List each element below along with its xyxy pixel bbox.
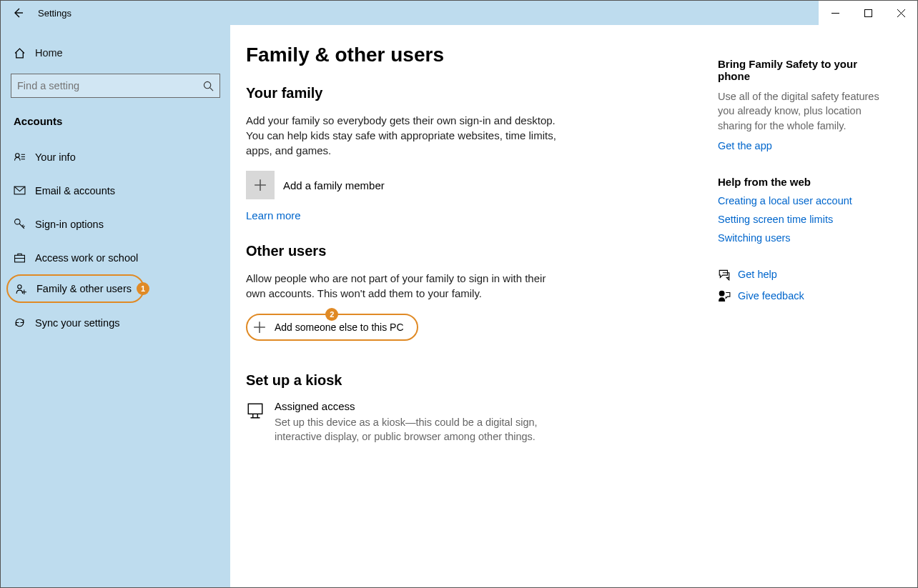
window-title: Settings xyxy=(38,8,71,19)
svg-point-6 xyxy=(18,284,21,288)
sidebar-item-sync[interactable]: Sync your settings xyxy=(1,306,230,339)
help-link[interactable]: Switching users xyxy=(718,232,882,244)
plus-icon xyxy=(253,321,266,334)
sidebar-item-label: Sign-in options xyxy=(35,219,104,230)
add-other-label: Add someone else to this PC xyxy=(275,322,404,333)
give-feedback-link[interactable]: Give feedback xyxy=(738,290,804,302)
minimize-button[interactable] xyxy=(819,1,852,25)
add-family-label: Add a family member xyxy=(283,179,385,191)
plus-icon xyxy=(246,171,275,199)
feedback-icon xyxy=(718,289,738,302)
kiosk-icon xyxy=(246,400,275,420)
svg-point-8 xyxy=(719,291,724,296)
svg-point-2 xyxy=(16,154,19,157)
sidebar-item-label: Email & accounts xyxy=(35,185,115,196)
briefcase-icon xyxy=(14,251,35,264)
kiosk-title: Assigned access xyxy=(275,400,546,412)
close-button[interactable] xyxy=(884,1,917,25)
sidebar-item-signin[interactable]: Sign-in options xyxy=(1,207,230,241)
aside-family-safety: Bring Family Safety to your phone Use al… xyxy=(718,58,882,151)
people-add-icon xyxy=(15,283,36,295)
titlebar: Settings xyxy=(1,1,917,25)
get-help-row[interactable]: Get help xyxy=(718,268,882,281)
sidebar-item-label: Your info xyxy=(35,151,76,163)
sidebar-item-email[interactable]: Email & accounts xyxy=(1,174,230,207)
kiosk-heading: Set up a kiosk xyxy=(246,372,696,389)
annotation-badge-1: 1 xyxy=(137,282,149,295)
section-your-family: Your family Add your family so everybody… xyxy=(246,85,696,221)
assigned-access-button[interactable]: Assigned access Set up this device as a … xyxy=(246,400,696,444)
mail-icon xyxy=(14,184,35,196)
section-kiosk: Set up a kiosk Assigned access Set up th… xyxy=(246,372,696,444)
sidebar-item-label: Family & other users xyxy=(36,283,132,294)
sidebar-section-title: Accounts xyxy=(1,111,230,140)
svg-rect-7 xyxy=(248,404,262,414)
sidebar-item-work-school[interactable]: Access work or school xyxy=(1,241,230,274)
sidebar-home-label: Home xyxy=(35,47,63,59)
other-heading: Other users xyxy=(246,243,696,259)
close-icon xyxy=(897,9,905,17)
aside-fs-desc: Use all of the digital safety features y… xyxy=(718,89,882,133)
search-input-wrapper[interactable] xyxy=(11,74,220,98)
search-input[interactable] xyxy=(17,80,199,91)
get-the-app-link[interactable]: Get the app xyxy=(718,140,882,151)
sidebar-item-family[interactable]: Family & other users 1 xyxy=(6,274,144,303)
key-icon xyxy=(14,218,35,230)
person-card-icon xyxy=(14,151,35,163)
maximize-icon xyxy=(864,9,872,17)
sidebar-item-label: Sync your settings xyxy=(35,317,119,329)
home-icon xyxy=(14,47,35,59)
aside-help-web: Help from the web Creating a local user … xyxy=(718,176,882,244)
search-icon xyxy=(199,81,214,91)
arrow-left-icon xyxy=(12,7,24,19)
sync-icon xyxy=(14,317,35,329)
family-desc: Add your family so everybody gets their … xyxy=(246,113,561,158)
maximize-button[interactable] xyxy=(852,1,884,25)
minimize-icon xyxy=(831,9,839,17)
svg-point-1 xyxy=(204,81,210,88)
give-feedback-row[interactable]: Give feedback xyxy=(718,289,882,302)
page-title: Family & other users xyxy=(246,44,696,66)
kiosk-desc: Set up this device as a kiosk—this could… xyxy=(275,415,546,444)
svg-point-4 xyxy=(15,219,20,224)
section-other-users: Other users Allow people who are not par… xyxy=(246,243,696,351)
aside-actions: Get help Give feedback xyxy=(718,268,882,302)
help-link[interactable]: Setting screen time limits xyxy=(718,214,882,225)
add-family-member-button[interactable]: Add a family member xyxy=(246,171,696,199)
other-desc: Allow people who are not part of your fa… xyxy=(246,271,561,301)
help-link[interactable]: Creating a local user account xyxy=(718,195,882,206)
sidebar-item-label: Access work or school xyxy=(35,252,138,264)
aside-fs-heading: Bring Family Safety to your phone xyxy=(718,58,882,82)
window-controls xyxy=(819,1,917,25)
aside-help-heading: Help from the web xyxy=(718,176,882,188)
get-help-link[interactable]: Get help xyxy=(738,269,777,280)
sidebar: Home Accounts Your info Email & accounts xyxy=(1,25,230,587)
svg-rect-0 xyxy=(864,9,872,16)
main-area: Family & other users Your family Add you… xyxy=(230,25,917,587)
annotation-badge-2: 2 xyxy=(325,308,338,321)
aside-column: Bring Family Safety to your phone Use al… xyxy=(711,44,882,587)
learn-more-link[interactable]: Learn more xyxy=(246,209,301,221)
help-chat-icon xyxy=(718,268,738,281)
back-button[interactable] xyxy=(1,1,35,25)
family-heading: Your family xyxy=(246,85,696,101)
sidebar-home[interactable]: Home xyxy=(1,38,230,68)
content-column: Family & other users Your family Add you… xyxy=(246,44,711,587)
add-other-user-button[interactable]: 2 Add someone else to this PC xyxy=(246,314,418,341)
sidebar-item-your-info[interactable]: Your info xyxy=(1,140,230,174)
